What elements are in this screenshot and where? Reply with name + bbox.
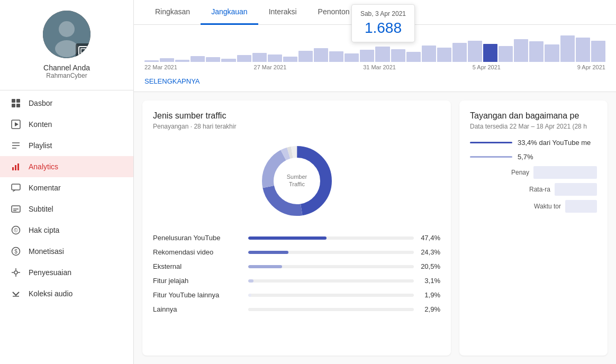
svg-rect-7: [12, 104, 15, 107]
tooltip-value: 1.688: [360, 20, 406, 37]
sidebar-item-koleksi-audio[interactable]: Koleksi audio: [0, 283, 133, 304]
dasbor-label: Dasbor: [29, 99, 52, 107]
selengkapnya-link[interactable]: SELENGKAPNYA: [144, 77, 200, 85]
funnel-bar: [533, 166, 597, 179]
chart-date: 22 Mar 2021: [144, 64, 177, 70]
mini-bar: [329, 51, 343, 62]
sidebar-item-analytics[interactable]: Analytics: [0, 156, 133, 177]
chart-date: 5 Apr 2021: [473, 64, 501, 70]
traffic-bar-container: [248, 236, 414, 240]
traffic-bar: [248, 279, 253, 283]
komentar-label: Komentar: [29, 184, 61, 192]
mini-bar: [283, 57, 297, 62]
traffic-bar: [248, 251, 288, 254]
subtitel-label: Subtitel: [29, 205, 53, 213]
tab-interaksi[interactable]: Interaksi: [258, 0, 307, 25]
traffic-row: Fitur YouTube lainnya1,9%: [153, 291, 440, 299]
mini-bar: [483, 44, 497, 62]
tabs-bar: RingkasanJangkauanInteraksiPenonton Sab,…: [134, 0, 616, 25]
subtitel-icon: [11, 204, 21, 214]
traffic-bar: [248, 308, 253, 311]
svg-point-26: [14, 271, 17, 274]
mini-bar: [529, 41, 543, 62]
svg-text:Traffic: Traffic: [289, 181, 305, 187]
right-card: Tayangan dan bagaimana pe Data tersedia …: [459, 101, 608, 356]
right-item-2: 5,7%: [470, 153, 597, 161]
sidebar-item-konten[interactable]: Konten: [0, 114, 133, 135]
sidebar-item-monetisasi[interactable]: $Monetisasi: [0, 241, 133, 262]
traffic-label: Eksternal: [153, 262, 243, 270]
svg-text:Sumber: Sumber: [286, 174, 307, 180]
traffic-label: Fitur YouTube lainnya: [153, 291, 243, 299]
mini-bar: [422, 46, 436, 62]
tab-ringkasan[interactable]: Ringkasan: [144, 0, 201, 25]
traffic-pct: 3,1%: [419, 277, 440, 285]
komentar-icon: [11, 183, 21, 193]
sidebar: Channel Anda RahmanCyber DasborKontenPla…: [0, 0, 134, 364]
dasbor-icon: [11, 98, 21, 108]
mini-bar: [144, 60, 159, 62]
svg-point-1: [59, 21, 75, 37]
funnel-row: Rata-ra: [470, 183, 597, 196]
mini-bar: [545, 44, 559, 62]
svg-rect-17: [12, 184, 20, 190]
tab-jangkauan[interactable]: Jangkauan: [201, 0, 258, 25]
content-row: Jenis sumber traffic Penayangan · 28 har…: [134, 92, 616, 364]
mini-bar: [175, 60, 189, 62]
chart-date: 31 Mar 2021: [363, 64, 396, 70]
svg-text:$: $: [14, 249, 17, 254]
traffic-bar-container: [248, 265, 414, 268]
traffic-row: Lainnya2,9%: [153, 305, 440, 313]
analytics-label: Analytics: [29, 162, 58, 171]
traffic-bar-container: [248, 251, 414, 254]
konten-label: Konten: [29, 120, 52, 129]
sidebar-item-dasbor[interactable]: Dasbor: [0, 93, 133, 114]
funnel-label: Rata-ra: [470, 186, 550, 193]
traffic-pct: 24,3%: [419, 248, 440, 256]
traffic-pct: 1,9%: [419, 291, 440, 299]
mini-bar: [391, 49, 405, 62]
right-card-title: Tayangan dan bagaimana pe: [470, 111, 597, 121]
traffic-label: Lainnya: [153, 305, 243, 313]
playlist-label: Playlist: [29, 141, 52, 150]
avatar[interactable]: [43, 11, 90, 58]
sidebar-item-subtitel[interactable]: Subtitel: [0, 198, 133, 220]
traffic-bar-container: [248, 294, 414, 297]
traffic-bar: [248, 236, 327, 240]
channel-handle: RahmanCyber: [46, 72, 87, 79]
traffic-row: Fitur jelajah3,1%: [153, 277, 440, 285]
playlist-icon: [11, 140, 21, 151]
traffic-card-subtitle: Penayangan · 28 hari terakhir: [153, 123, 440, 130]
mini-bar: [160, 58, 174, 62]
mini-bar: [499, 46, 513, 62]
tooltip-date: Sab, 3 Apr 2021: [360, 10, 406, 17]
svg-rect-5: [12, 99, 15, 103]
mini-bar: [452, 43, 467, 62]
sidebar-item-hak-cipta[interactable]: ©Hak cipta: [0, 220, 133, 241]
right-bar-1: [470, 142, 512, 143]
traffic-pct: 47,4%: [419, 234, 440, 242]
chart-dates: 22 Mar 202127 Mar 202131 Mar 20215 Apr 2…: [134, 62, 616, 74]
funnel-bar: [565, 200, 597, 213]
mini-bar: [375, 47, 389, 62]
right-item-label-2: 5,7%: [518, 153, 533, 161]
mini-bar: [406, 52, 421, 62]
sidebar-item-komentar[interactable]: Komentar: [0, 177, 133, 198]
funnel-row: Waktu tor: [470, 200, 597, 213]
konten-icon: [11, 119, 21, 130]
penyesuaian-label: Penyesuaian: [29, 268, 71, 277]
svg-point-2: [55, 40, 78, 57]
right-bar-2: [470, 156, 512, 158]
sidebar-item-playlist[interactable]: Playlist: [0, 135, 133, 156]
traffic-bar: [248, 265, 282, 268]
sidebar-item-penyesuaian[interactable]: Penyesuaian: [0, 262, 133, 283]
funnel-label: Waktu tor: [470, 203, 561, 210]
mini-bar: [221, 59, 235, 62]
chart-date: 27 Mar 2021: [254, 64, 287, 70]
traffic-bar-container: [248, 308, 414, 311]
mini-bar: [576, 38, 590, 62]
mini-bar: [191, 56, 205, 62]
chart-date: 9 Apr 2021: [577, 64, 605, 70]
traffic-row: Penelusuran YouTube47,4%: [153, 234, 440, 242]
traffic-bar-container: [248, 279, 414, 283]
